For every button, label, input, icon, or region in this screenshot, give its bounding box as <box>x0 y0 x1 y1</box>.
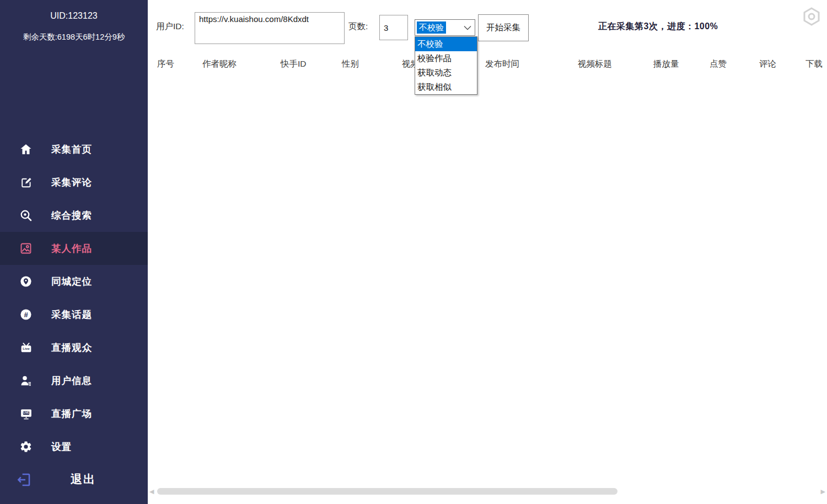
dropdown-option[interactable]: 获取相似 <box>415 80 477 94</box>
column-header-comments: 评论 <box>759 58 776 70</box>
chevron-down-icon <box>464 25 471 30</box>
location-pin-icon <box>19 274 33 289</box>
hashtag-icon: # <box>19 307 33 322</box>
mode-dropdown-list: 不校验 校验作品 获取动态 获取相似 <box>415 36 477 95</box>
sidebar-item-live-audience[interactable]: Live 直播观众 <box>0 331 148 364</box>
image-icon <box>19 241 33 256</box>
collect-status-text: 正在采集第3次，进度：100% <box>598 21 718 32</box>
logout-icon <box>15 471 33 489</box>
live-tv-icon: Live <box>19 340 33 355</box>
sidebar-item-live-square[interactable]: LIVE 直播广场 <box>0 397 148 430</box>
sidebar-item-label: 综合搜索 <box>51 209 92 222</box>
start-collect-button[interactable]: 开始采集 <box>478 14 529 41</box>
sidebar-item-collect-comments[interactable]: 采集评论 <box>0 166 148 199</box>
sidebar: UID:123123 剩余天数:6198天6时12分9秒 采集首页 采集评论 <box>0 0 148 504</box>
dropdown-option[interactable]: 校验作品 <box>415 51 477 66</box>
app-window: UID:123123 剩余天数:6198天6时12分9秒 采集首页 采集评论 <box>0 0 827 504</box>
sidebar-item-label: 采集话题 <box>51 308 92 321</box>
scroll-left-icon[interactable]: ◀ <box>149 487 154 495</box>
user-id-label: 用户ID: <box>156 21 184 32</box>
sidebar-item-user-info[interactable]: 用户信息 <box>0 364 148 397</box>
horizontal-scrollbar[interactable]: ◀ ▶ <box>148 487 827 496</box>
user-id-input[interactable]: https://v.kuaishou.com/8Kdxdt <box>195 12 345 44</box>
edit-icon <box>19 175 33 189</box>
column-header-likes: 点赞 <box>710 58 727 70</box>
scrollbar-thumb[interactable] <box>157 488 617 495</box>
search-icon <box>19 208 33 223</box>
sidebar-item-label: 直播广场 <box>51 407 92 420</box>
sidebar-item-label: 采集评论 <box>51 176 92 189</box>
sidebar-item-label: 设置 <box>51 440 72 453</box>
logout-button[interactable]: 退出 <box>0 463 148 496</box>
sidebar-item-label: 直播观众 <box>51 341 92 354</box>
home-icon <box>19 142 33 156</box>
sidebar-item-label: 用户信息 <box>51 374 92 387</box>
svg-text:#: # <box>24 311 28 319</box>
column-header-gender: 性别 <box>342 58 359 70</box>
column-header-video-title: 视频标题 <box>578 58 612 70</box>
user-icon <box>19 373 33 388</box>
remaining-days-text: 剩余天数:6198天6时12分9秒 <box>0 32 148 42</box>
column-header-index: 序号 <box>157 58 174 70</box>
dropdown-option[interactable]: 获取动态 <box>415 66 477 80</box>
mode-select[interactable]: 不校验 <box>415 19 475 36</box>
sidebar-item-user-works[interactable]: 某人作品 <box>0 232 148 265</box>
sidebar-item-label: 同城定位 <box>51 275 92 288</box>
column-header-plays: 播放量 <box>653 58 679 70</box>
column-header-kuaishou-id: 快手ID <box>281 58 307 70</box>
sidebar-item-label: 采集首页 <box>51 143 92 156</box>
dropdown-option[interactable]: 不校验 <box>415 37 477 51</box>
pages-input[interactable] <box>379 15 408 40</box>
column-header-publish-time: 发布时间 <box>485 58 519 70</box>
column-header-download: 下载 <box>805 58 823 70</box>
gear-icon <box>19 440 33 454</box>
sidebar-item-settings[interactable]: 设置 <box>0 430 148 463</box>
uid-text: UID:123123 <box>0 11 148 21</box>
mode-selected-value: 不校验 <box>417 21 446 34</box>
logout-label: 退出 <box>71 472 96 487</box>
svg-text:Live: Live <box>23 346 30 350</box>
sidebar-item-collect-topics[interactable]: # 采集话题 <box>0 298 148 331</box>
sidebar-item-collect-home[interactable]: 采集首页 <box>0 133 148 166</box>
sidebar-item-city-locate[interactable]: 同城定位 <box>0 265 148 298</box>
sidebar-item-combined-search[interactable]: 综合搜索 <box>0 199 148 232</box>
sidebar-menu: 采集首页 采集评论 <box>0 133 148 463</box>
column-header-author: 作者昵称 <box>202 58 237 70</box>
sidebar-item-label: 某人作品 <box>51 242 92 255</box>
live-monitor-icon: LIVE <box>19 407 33 421</box>
svg-text:LIVE: LIVE <box>23 411 29 414</box>
pages-label: 页数: <box>348 21 368 32</box>
scroll-right-icon[interactable]: ▶ <box>821 487 825 495</box>
settings-hexagon-icon[interactable] <box>802 7 821 28</box>
